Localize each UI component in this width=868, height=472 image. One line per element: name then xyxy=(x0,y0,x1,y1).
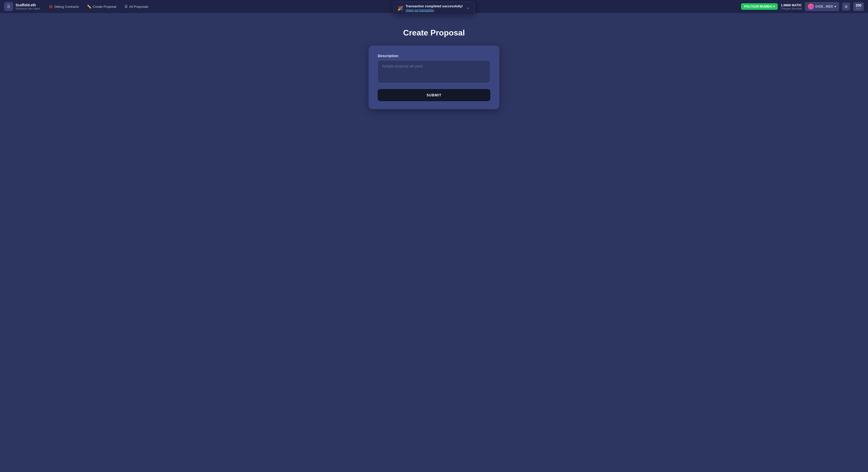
brand-logo: S xyxy=(4,2,13,11)
token-symbol: FUT xyxy=(856,7,861,10)
toast-message: Transaction completed successfully! xyxy=(406,4,463,8)
network-button[interactable]: POLYGON MUMBAI ▾ xyxy=(741,3,778,10)
brand-text: Scaffold-eth Ethereum dev stack xyxy=(16,3,40,10)
transaction-toast: 🎉 Transaction completed successfully! ch… xyxy=(393,1,475,15)
description-label: Description xyxy=(378,54,490,58)
toast-content: Transaction completed successfully! chec… xyxy=(406,4,463,12)
nav-all-label: All Proposals xyxy=(129,5,148,8)
nav-create-proposal[interactable]: ✏️ Create Proposal xyxy=(84,3,120,10)
balance-section: 1.9888 MATIC Polygon Mumbai xyxy=(781,3,802,10)
wallet-address: 0XDE...89D0 xyxy=(815,5,833,8)
balance-network: Polygon Mumbai xyxy=(781,7,802,10)
settings-button[interactable]: ⊞ xyxy=(842,2,850,10)
toast-link[interactable]: check out transaction xyxy=(406,8,463,12)
balance-amount: 1.9888 MATIC xyxy=(781,3,802,7)
create-proposal-card: Description SUBMIT xyxy=(369,46,499,109)
token-amount: 200 xyxy=(856,3,862,7)
network-label: POLYGON MUMBAI xyxy=(744,5,772,8)
page-title: Create Proposal xyxy=(403,28,465,37)
toast-emoji: 🎉 xyxy=(398,5,403,11)
wallet-button[interactable]: 0XDE...89D0 ▾ xyxy=(805,2,839,11)
description-input[interactable] xyxy=(378,60,490,83)
create-icon: ✏️ xyxy=(87,4,91,8)
list-icon: ☰ xyxy=(124,4,128,8)
network-chevron-icon: ▾ xyxy=(773,5,775,8)
brand-subtitle: Ethereum dev stack xyxy=(16,7,40,10)
debug-icon: 🐞 xyxy=(49,4,53,8)
navbar: S Scaffold-eth Ethereum dev stack 🐞 Debu… xyxy=(0,0,868,13)
wallet-avatar xyxy=(808,3,814,9)
main-content: Create Proposal Description SUBMIT xyxy=(0,13,868,124)
nav-debug-contracts[interactable]: 🐞 Debug Contracts xyxy=(45,3,83,10)
nav-debug-label: Debug Contracts xyxy=(54,5,79,8)
token-badge: 200 FUT xyxy=(853,2,864,11)
nav-all-proposals[interactable]: ☰ All Proposals xyxy=(121,3,152,10)
nav-create-label: Create Proposal xyxy=(93,5,117,8)
submit-button[interactable]: SUBMIT xyxy=(378,89,490,101)
wallet-chevron-icon: ▾ xyxy=(835,5,836,8)
brand-name: Scaffold-eth xyxy=(16,3,40,7)
brand: S Scaffold-eth Ethereum dev stack xyxy=(4,2,40,11)
settings-icon: ⊞ xyxy=(845,4,848,8)
nav-right: POLYGON MUMBAI ▾ 1.9888 MATIC Polygon Mu… xyxy=(741,2,864,11)
toast-close-button[interactable]: × xyxy=(465,6,470,11)
